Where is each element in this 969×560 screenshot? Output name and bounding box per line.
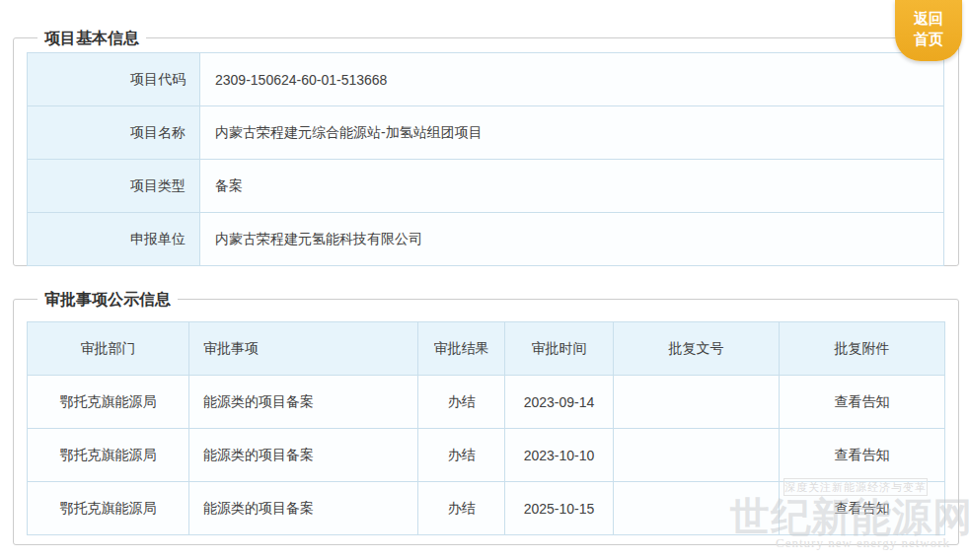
approval-table: 审批部门 审批事项 审批结果 审批时间 批复文号 批复附件 鄂托克旗能源局 能源…: [27, 321, 945, 535]
field-value-declaring-unit: 内蒙古荣程建元氢能科技有限公司: [200, 213, 944, 266]
attachment-cell: 查看告知: [780, 376, 945, 429]
table-row: 项目类型 备案: [28, 160, 944, 213]
back-home-label-line1: 返回: [895, 8, 962, 29]
table-row: 鄂托克旗能源局 能源类的项目备案 办结 2025-10-15 查看告知: [28, 482, 945, 535]
page: 项目基本信息 项目代码 2309-150624-60-01-513668 项目名…: [0, 0, 969, 560]
field-label-project-code: 项目代码: [28, 53, 200, 106]
approval-info-title: 审批事项公示信息: [37, 290, 178, 309]
table-header-row: 审批部门 审批事项 审批结果 审批时间 批复文号 批复附件: [28, 322, 945, 376]
field-label-declaring-unit: 申报单位: [28, 213, 200, 266]
result-cell: 办结: [418, 429, 505, 482]
field-value-project-code: 2309-150624-60-01-513668: [200, 53, 944, 106]
column-header-result: 审批结果: [418, 322, 505, 376]
doc-no-cell: [614, 376, 780, 429]
field-value-project-type: 备案: [200, 160, 944, 213]
doc-no-cell: [614, 429, 780, 482]
table-row: 鄂托克旗能源局 能源类的项目备案 办结 2023-09-14 查看告知: [28, 376, 945, 429]
column-header-doc-no: 批复文号: [614, 322, 780, 376]
back-home-button[interactable]: 返回 首页: [895, 0, 962, 61]
column-header-time: 审批时间: [505, 322, 614, 376]
field-value-project-name: 内蒙古荣程建元综合能源站-加氢站组团项目: [200, 106, 944, 160]
result-cell: 办结: [418, 482, 505, 535]
dept-cell: 鄂托克旗能源局: [28, 429, 189, 482]
basic-info-section: 项目基本信息 项目代码 2309-150624-60-01-513668 项目名…: [13, 29, 959, 266]
table-row: 项目代码 2309-150624-60-01-513668: [28, 53, 944, 106]
field-label-project-name: 项目名称: [28, 106, 200, 160]
view-notice-link[interactable]: 查看告知: [835, 500, 890, 516]
table-row: 申报单位 内蒙古荣程建元氢能科技有限公司: [28, 213, 944, 266]
table-row: 项目名称 内蒙古荣程建元综合能源站-加氢站组团项目: [28, 106, 944, 160]
view-notice-link[interactable]: 查看告知: [835, 393, 890, 409]
back-home-label-line2: 首页: [895, 29, 962, 49]
column-header-item: 审批事项: [189, 322, 418, 376]
item-cell: 能源类的项目备案: [189, 482, 418, 535]
approval-info-section: 审批事项公示信息 审批部门 审批事项 审批结果 审批时间 批复文号 批复附件 鄂…: [13, 290, 959, 545]
dept-cell: 鄂托克旗能源局: [28, 376, 189, 429]
time-cell: 2025-10-15: [505, 482, 614, 535]
doc-no-cell: [614, 482, 780, 535]
view-notice-link[interactable]: 查看告知: [835, 447, 890, 462]
time-cell: 2023-09-14: [505, 376, 614, 429]
dept-cell: 鄂托克旗能源局: [28, 482, 189, 535]
table-row: 鄂托克旗能源局 能源类的项目备案 办结 2023-10-10 查看告知: [28, 429, 945, 482]
field-label-project-type: 项目类型: [28, 160, 200, 213]
column-header-attachment: 批复附件: [780, 322, 945, 376]
time-cell: 2023-10-10: [505, 429, 614, 482]
item-cell: 能源类的项目备案: [189, 376, 418, 429]
result-cell: 办结: [418, 376, 505, 429]
attachment-cell: 查看告知: [780, 482, 945, 535]
basic-info-title: 项目基本信息: [37, 29, 146, 47]
basic-info-table: 项目代码 2309-150624-60-01-513668 项目名称 内蒙古荣程…: [27, 52, 944, 266]
attachment-cell: 查看告知: [780, 429, 945, 482]
item-cell: 能源类的项目备案: [189, 429, 418, 482]
column-header-dept: 审批部门: [28, 322, 189, 376]
